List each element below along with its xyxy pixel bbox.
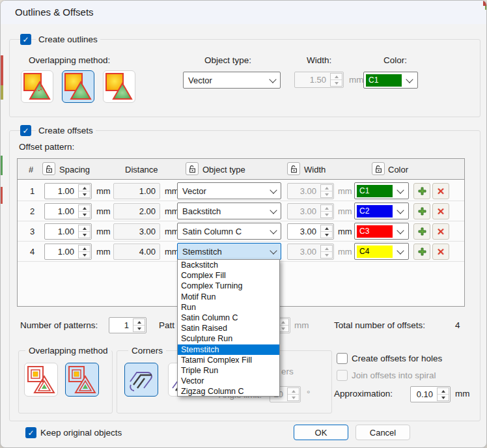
row-4-delete-button[interactable]: ✕ [432, 244, 449, 260]
spacing-unit: mm [96, 247, 111, 257]
spacing-unit: mm [96, 227, 111, 236]
spinner-arrows[interactable] [320, 204, 333, 218]
dropdown-item[interactable]: Complex Fill [178, 270, 279, 281]
delete-x-icon: ✕ [437, 227, 445, 236]
spinner-arrows[interactable] [287, 387, 299, 401]
row-2-add-button[interactable] [413, 203, 430, 219]
keep-original-checkbox[interactable]: ✓ [25, 427, 36, 438]
row-2-color-select[interactable]: C2 [354, 203, 409, 219]
ok-button[interactable]: OK [294, 425, 348, 440]
table-row: 3 1.00 mm 3.00 mm Satin Column C 3.00 mm… [18, 221, 464, 242]
spinner-arrows[interactable] [320, 245, 333, 259]
width-unit: mm [338, 247, 352, 257]
spinner-arrows[interactable] [133, 318, 145, 332]
row-2-object-type-select[interactable]: Backstitch [177, 203, 281, 219]
create-outlines-checkbox[interactable]: ✓ [20, 34, 31, 45]
row-4-add-button[interactable] [413, 244, 430, 260]
spinner-arrows[interactable] [437, 387, 449, 401]
outline-color-label: Color: [383, 55, 407, 65]
overlap-method-keep-button[interactable] [21, 70, 53, 103]
row-2-width-spinner[interactable]: 3.00 [287, 203, 334, 219]
color-swatch: C3 [357, 225, 393, 238]
plus-icon [418, 247, 426, 256]
row-3-spacing-spinner[interactable]: 1.00 [44, 223, 92, 240]
offset-overlap-keep-icon [26, 365, 56, 395]
row-3-add-button[interactable] [413, 223, 430, 240]
lock-color-button[interactable] [372, 162, 385, 175]
approximation-spinner[interactable]: 0.10 [410, 386, 451, 402]
lock-spacing-button[interactable] [42, 162, 55, 175]
spiral-checkbox-label: Join offsets into spiral [352, 371, 436, 380]
dropdown-item[interactable]: Sculpture Run [178, 333, 279, 344]
total-offsets-label: Total number of offsets: [334, 320, 425, 330]
row-4-color-select[interactable]: C4 [354, 243, 409, 260]
dialog-title: Outlines & Offsets [15, 7, 94, 18]
outline-color-select[interactable]: C1 [363, 72, 418, 89]
row-4-object-type-select[interactable]: Stemstitch [177, 243, 281, 260]
plus-icon [418, 187, 426, 195]
outline-width-label: Width: [307, 55, 331, 65]
dropdown-item[interactable]: Satin Column C [178, 313, 279, 323]
create-offsets-checkbox[interactable]: ✓ [20, 125, 31, 136]
dropdown-item[interactable]: Triple Run [178, 365, 279, 376]
chevron-down-icon [397, 247, 404, 254]
corner-style-round-button[interactable] [124, 363, 158, 397]
dropdown-item-selected[interactable]: Stemstitch [178, 344, 279, 355]
spinner-arrows[interactable] [78, 245, 90, 259]
row-1-object-type-select[interactable]: Vector [177, 182, 281, 199]
row-2-delete-button[interactable]: ✕ [432, 203, 449, 219]
row-3-color-select[interactable]: C3 [354, 223, 409, 240]
row-3-width-spinner[interactable]: 3.00 [287, 223, 334, 240]
dropdown-item[interactable]: Zigzag Column C [178, 386, 279, 397]
row-3-object-type-select[interactable]: Satin Column C [177, 223, 281, 240]
approximation-label: Approximation: [334, 389, 393, 399]
lock-width-button[interactable] [287, 162, 300, 175]
row-1-color-select[interactable]: C1 [354, 182, 409, 199]
row-1-spacing-spinner[interactable]: 1.00 [44, 183, 92, 199]
dropdown-item[interactable]: Run [178, 302, 279, 313]
offset-overlap-keep-button[interactable] [24, 363, 58, 397]
corners-group-title: Corners [128, 346, 166, 356]
spinner-arrows[interactable] [78, 225, 90, 238]
overlap-method-front-button[interactable] [62, 70, 94, 103]
row-1-delete-button[interactable]: ✕ [432, 183, 449, 199]
outline-width-spinner[interactable]: 1.50 [294, 72, 344, 88]
create-outlines-label: Create outlines [36, 35, 100, 44]
spinner-arrows[interactable] [78, 184, 90, 198]
overlap-method-merge-button[interactable] [103, 70, 135, 103]
total-offsets-value: 4 [455, 320, 460, 330]
dropdown-item[interactable]: Tatami Complex Fill [178, 355, 279, 365]
dropdown-item[interactable]: Vector [178, 376, 279, 386]
chevron-down-icon [269, 76, 276, 83]
plus-icon [418, 227, 426, 236]
spinner-arrows[interactable] [320, 225, 333, 238]
holes-checkbox[interactable] [337, 353, 348, 364]
dropdown-item[interactable]: Complex Turning [178, 281, 279, 291]
row-number: 3 [30, 227, 35, 236]
row-4-width-spinner[interactable]: 3.00 [287, 244, 334, 260]
row-4-spacing-spinner[interactable]: 1.00 [44, 244, 92, 260]
pattern-spacing-label-fragment: Patt [159, 320, 174, 330]
lock-object-type-button[interactable] [186, 162, 199, 175]
row-3-distance-field: 3.00 [113, 223, 160, 240]
keep-original-label: Keep original objects [40, 428, 122, 438]
corners-label-fragment: ers [281, 367, 294, 376]
spinner-arrows[interactable] [330, 73, 342, 87]
row-2-spacing-spinner[interactable]: 1.00 [44, 203, 92, 219]
offset-overlap-front-button[interactable] [65, 363, 99, 397]
row-3-delete-button[interactable]: ✕ [432, 223, 449, 240]
row-1-width-spinner[interactable]: 3.00 [287, 183, 334, 199]
row-1-add-button[interactable] [413, 183, 430, 199]
spiral-checkbox[interactable] [337, 370, 348, 381]
column-header-color: Color [388, 165, 408, 175]
dropdown-item[interactable]: Motif Run [178, 292, 279, 302]
cancel-button[interactable]: Cancel [355, 425, 410, 440]
dropdown-item[interactable]: Backstitch [178, 260, 279, 270]
spinner-arrows[interactable] [78, 204, 90, 218]
overlap-merge-icon [105, 72, 133, 101]
number-of-patterns-spinner[interactable]: 1 [109, 317, 146, 333]
spinner-arrows[interactable] [320, 184, 333, 198]
color-swatch: C1 [366, 74, 402, 87]
dropdown-item[interactable]: Satin Raised [178, 323, 279, 333]
object-type-select[interactable]: Vector [183, 72, 281, 89]
